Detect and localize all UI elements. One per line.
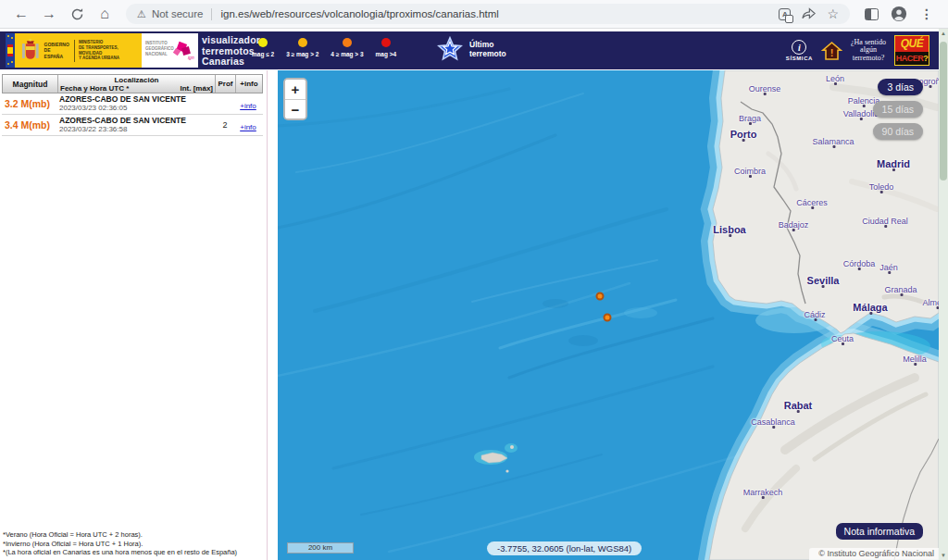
gobierno-label: GOBIERNO DE ESPAÑA [44, 42, 70, 59]
felt-question-link[interactable]: ¿Ha sentido algún terremoto? [851, 39, 886, 63]
legend-item: 3 ≥ mag > 2 [286, 38, 318, 57]
share-icon[interactable] [802, 7, 816, 20]
magnitude-value: 3.4 M(mb) [2, 119, 57, 131]
legend-label: mag ≤ 2 [252, 51, 274, 57]
map-city-label: León [826, 74, 844, 83]
sismica-label: SÍSMICA [786, 56, 813, 61]
period-button-3-días[interactable]: 3 días [878, 79, 923, 95]
reload-glyph [70, 7, 84, 21]
scroll-up-arrow[interactable]: ▲ [939, 29, 948, 38]
page-scrollbar[interactable]: ▲ ▼ [939, 29, 948, 560]
magnitude-dot-icon [258, 38, 268, 47]
city-dot-icon [929, 85, 931, 88]
info-cell: +info [235, 95, 261, 112]
seamount [568, 335, 598, 346]
map-city-label: Badajoz [779, 220, 809, 230]
browser-menu-icon[interactable]: ⋮ [915, 3, 939, 25]
city-dot-icon [834, 82, 837, 85]
earthquake-marker[interactable] [596, 292, 605, 301]
government-logo: GOBIERNO DE ESPAÑA MINISTERIO DE TRANSPO… [6, 33, 198, 68]
city-dot-icon [860, 118, 863, 120]
svg-text:ign: ign [188, 55, 194, 60]
avatar-glyph [891, 6, 907, 22]
city-dot-icon [749, 175, 752, 178]
sismica-info-link[interactable]: i SÍSMICA [786, 40, 813, 61]
map-city-label: Cáceres [796, 198, 828, 207]
back-icon[interactable]: ← [9, 3, 33, 25]
info-link[interactable]: +info [240, 123, 256, 131]
location-value: AZORES-CABO DE SAN VICENTE [59, 116, 215, 125]
que-hacer-top: QUÉ [895, 36, 929, 52]
seamount [624, 307, 657, 318]
info-link[interactable]: +info [240, 102, 256, 110]
felt-house-icon[interactable]: ! [821, 41, 842, 61]
app-header: GOBIERNO DE ESPAÑA MINISTERIO DE TRANSPO… [0, 31, 939, 69]
col-location-datetime: Localización Fecha y Hora UTC * Int. [má… [58, 75, 216, 93]
map-city-label: Marrakech [743, 488, 783, 497]
footnote-line: *Invierno (Hora Oficial = Hora UTC + 1 H… [3, 540, 237, 549]
profile-avatar-icon[interactable] [887, 3, 911, 25]
translate-icon[interactable]: A [779, 8, 791, 20]
que-hacer-link[interactable]: QUÉ HACER? [894, 35, 929, 66]
scroll-down-arrow[interactable]: ▼ [939, 551, 948, 560]
map-city-label: Porto [730, 129, 757, 140]
city-dot-icon [842, 342, 844, 345]
map-city-label: Salamanca [812, 137, 854, 146]
table-body: 3.2 M(mb)AZORES-CABO DE SAN VICENTE2023/… [2, 93, 263, 136]
zoom-in-button[interactable]: + [285, 80, 306, 99]
map-city-label: Rabat [784, 400, 813, 411]
earthquake-marker[interactable] [604, 314, 612, 322]
side-panel-icon[interactable] [859, 3, 883, 25]
address-bar[interactable]: ⚠ Not secure ign.es/web/resources/volcan… [126, 4, 850, 24]
home-icon[interactable]: ⌂ [93, 3, 117, 25]
coat-of-arms-icon [19, 38, 42, 64]
forward-icon[interactable]: → [37, 3, 61, 25]
browser-toolbar: ← → ⌂ ⚠ Not secure ign.es/web/resources/… [0, 0, 948, 29]
map-attribution: © Instituto Geográfico Nacional [809, 548, 939, 560]
reload-icon[interactable] [65, 3, 89, 25]
map-city-label: Cádiz [804, 310, 825, 319]
que-hacer-bottom: HACER? [895, 52, 929, 65]
city-dot-icon [884, 225, 887, 228]
map-scale-bar: 200 km [287, 542, 354, 554]
seamount [543, 299, 568, 308]
last-earthquake-legend: Último terremoto [437, 36, 506, 62]
period-button-90-días[interactable]: 90 días [873, 123, 923, 140]
magnitude-dot-icon [381, 38, 391, 47]
city-dot-icon [863, 105, 866, 107]
footnote-line: *(La hora oficial en Canarias es una hor… [3, 548, 237, 557]
map-viewport[interactable]: LeónLogroñoOurensePalenciaValladolidBrag… [278, 70, 939, 560]
col-intensity: Int. [máx] [180, 84, 213, 93]
magnitude-value: 3.2 M(mb) [2, 98, 57, 109]
city-dot-icon [792, 229, 795, 231]
earthquake-row[interactable]: 3.2 M(mb)AZORES-CABO DE SAN VICENTE2023/… [2, 93, 263, 115]
last-earthquake-label: Último terremoto [469, 40, 506, 58]
content-area: Magnitud Localización Fecha y Hora UTC *… [0, 70, 939, 560]
period-button-15-días[interactable]: 15 días [873, 101, 923, 118]
info-note-button[interactable]: Nota informativa [836, 523, 923, 540]
city-dot-icon [892, 168, 895, 171]
ign-mark-icon: ign [170, 39, 194, 61]
star-icon [437, 36, 463, 62]
city-dot-icon [764, 93, 767, 95]
time-footnotes: *Verano (Hora Oficial = Hora UTC + 2 hor… [3, 530, 237, 557]
scrollbar-thumb[interactable] [940, 42, 947, 180]
bookmark-star-icon[interactable]: ☆ [827, 6, 839, 21]
location-value: AZORES-CABO DE SAN VICENTE [59, 94, 215, 104]
earthquake-row[interactable]: 3.4 M(mb)AZORES-CABO DE SAN VICENTE2023/… [2, 115, 263, 136]
footnote-line: *Verano (Hora Oficial = Hora UTC + 2 hor… [3, 530, 237, 540]
city-dot-icon [797, 410, 800, 413]
cursor-coordinates: -3.7755, 32.0605 (lon-lat, WGS84) [487, 541, 642, 555]
col-info: +info [236, 75, 262, 93]
zoom-out-button[interactable]: − [285, 99, 306, 118]
city-dot-icon [762, 496, 765, 499]
magnitude-dot-icon [298, 38, 307, 47]
city-dot-icon [814, 318, 817, 321]
col-location: Localización [60, 76, 213, 84]
magnitude-dot-icon [343, 38, 352, 47]
legend-item: mag ≤ 2 [252, 38, 274, 57]
info-cell: +info [235, 117, 261, 133]
col-depth: Prof [216, 75, 236, 93]
city-dot-icon [888, 271, 891, 274]
magnitude-legend: mag ≤ 23 ≥ mag > 24 ≥ mag > 3mag >4 [252, 38, 396, 57]
